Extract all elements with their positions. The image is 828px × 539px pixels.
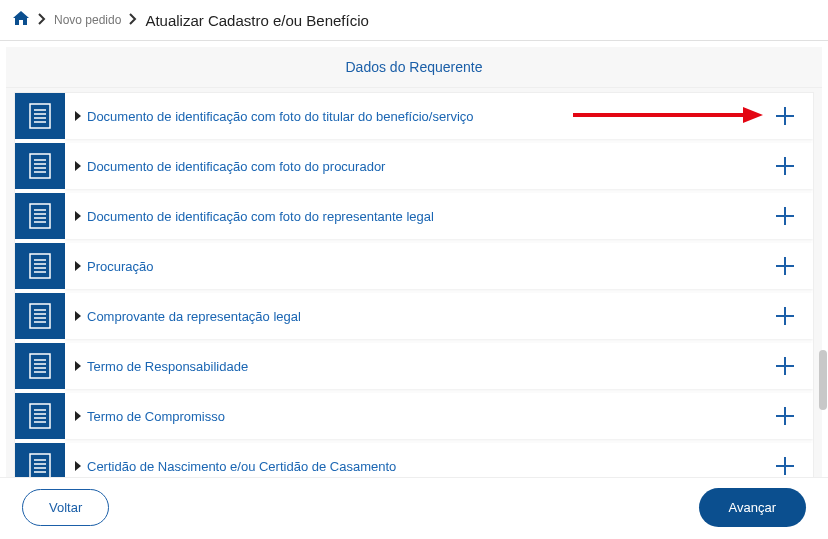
document-content[interactable]: Documento de identificação com foto do p… <box>65 143 813 189</box>
document-icon <box>28 352 52 380</box>
svg-rect-14 <box>30 204 50 228</box>
document-icon-box <box>15 343 65 389</box>
document-icon <box>28 452 52 480</box>
chevron-right-icon <box>75 311 81 321</box>
chevron-right-icon <box>38 11 46 29</box>
document-label: Termo de Responsabilidade <box>87 359 761 374</box>
back-button[interactable]: Voltar <box>22 489 109 526</box>
document-icon-box <box>15 93 65 139</box>
add-document-button[interactable] <box>767 305 803 327</box>
plus-icon <box>774 205 796 227</box>
document-row: Documento de identificação com foto do t… <box>15 93 813 143</box>
document-content[interactable]: Termo de Responsabilidade <box>65 343 813 389</box>
forward-button[interactable]: Avançar <box>699 488 806 527</box>
add-document-button[interactable] <box>767 105 803 127</box>
document-icon <box>28 102 52 130</box>
document-content[interactable]: Documento de identificação com foto do r… <box>65 193 813 239</box>
plus-icon <box>774 305 796 327</box>
document-icon-box <box>15 143 65 189</box>
add-document-button[interactable] <box>767 455 803 477</box>
document-row: Procuração <box>15 243 813 293</box>
document-icon <box>28 302 52 330</box>
svg-rect-49 <box>30 454 50 478</box>
document-icon-box <box>15 293 65 339</box>
document-icon <box>28 252 52 280</box>
add-document-button[interactable] <box>767 205 803 227</box>
svg-rect-0 <box>30 104 50 128</box>
document-label: Documento de identificação com foto do t… <box>87 109 761 124</box>
home-icon[interactable] <box>12 10 30 30</box>
chevron-right-icon <box>75 261 81 271</box>
document-label: Comprovante da representação legal <box>87 309 761 324</box>
document-content[interactable]: Termo de Compromisso <box>65 393 813 439</box>
document-list: Documento de identificação com foto do t… <box>14 92 814 490</box>
chevron-right-icon <box>75 211 81 221</box>
svg-rect-42 <box>30 404 50 428</box>
chevron-right-icon <box>75 411 81 421</box>
plus-icon <box>774 255 796 277</box>
breadcrumb-link[interactable]: Novo pedido <box>54 13 121 27</box>
document-icon <box>28 402 52 430</box>
document-label: Termo de Compromisso <box>87 409 761 424</box>
chevron-right-icon <box>129 11 137 29</box>
chevron-right-icon <box>75 111 81 121</box>
document-icon <box>28 202 52 230</box>
panel: Dados do Requerente Documento de identif… <box>6 47 822 490</box>
document-icon <box>28 152 52 180</box>
add-document-button[interactable] <box>767 155 803 177</box>
scrollbar-thumb[interactable] <box>819 350 827 410</box>
svg-rect-35 <box>30 354 50 378</box>
document-label: Documento de identificação com foto do p… <box>87 159 761 174</box>
document-content[interactable]: Comprovante da representação legal <box>65 293 813 339</box>
document-row: Comprovante da representação legal <box>15 293 813 343</box>
plus-icon <box>774 405 796 427</box>
breadcrumb: Novo pedido Atualizar Cadastro e/ou Bene… <box>0 0 828 41</box>
plus-icon <box>774 105 796 127</box>
plus-icon <box>774 155 796 177</box>
add-document-button[interactable] <box>767 255 803 277</box>
chevron-right-icon <box>75 161 81 171</box>
document-content[interactable]: Documento de identificação com foto do t… <box>65 93 813 139</box>
document-content[interactable]: Procuração <box>65 243 813 289</box>
document-row: Termo de Responsabilidade <box>15 343 813 393</box>
svg-rect-28 <box>30 304 50 328</box>
chevron-right-icon <box>75 461 81 471</box>
breadcrumb-current: Atualizar Cadastro e/ou Benefício <box>145 12 368 29</box>
svg-rect-7 <box>30 154 50 178</box>
document-icon-box <box>15 193 65 239</box>
add-document-button[interactable] <box>767 355 803 377</box>
document-label: Documento de identificação com foto do r… <box>87 209 761 224</box>
document-row: Termo de Compromisso <box>15 393 813 443</box>
svg-rect-21 <box>30 254 50 278</box>
document-label: Procuração <box>87 259 761 274</box>
footer-bar: Voltar Avançar <box>0 477 828 539</box>
document-icon-box <box>15 393 65 439</box>
document-label: Certidão de Nascimento e/ou Certidão de … <box>87 459 761 474</box>
plus-icon <box>774 355 796 377</box>
section-title: Dados do Requerente <box>6 47 822 88</box>
document-row: Documento de identificação com foto do p… <box>15 143 813 193</box>
plus-icon <box>774 455 796 477</box>
document-row: Documento de identificação com foto do r… <box>15 193 813 243</box>
document-icon-box <box>15 243 65 289</box>
chevron-right-icon <box>75 361 81 371</box>
add-document-button[interactable] <box>767 405 803 427</box>
